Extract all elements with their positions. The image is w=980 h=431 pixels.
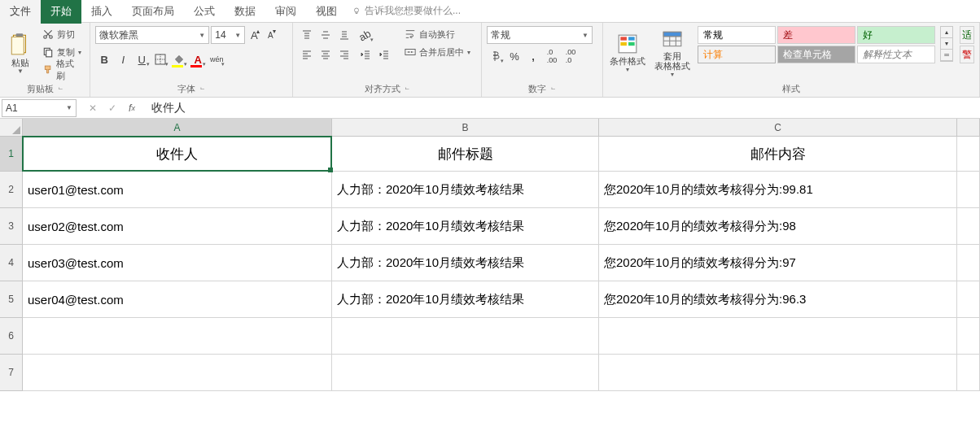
enter-button[interactable]: ✓ [103,99,122,117]
cell-d7[interactable] [957,355,980,391]
menu-home[interactable]: 开始 [41,0,81,24]
name-box[interactable]: A1▼ [2,99,77,117]
cell-c5[interactable]: 您2020年10月的绩效考核得分为:96.3 [599,281,957,318]
group-label-alignment: 对齐方式 [298,81,476,97]
styles-more-button[interactable]: ═ [941,50,952,61]
merge-center-button[interactable]: 合并后居中▾ [401,44,474,60]
align-top-button[interactable] [298,26,316,44]
cell-d5[interactable] [957,281,980,318]
menu-data[interactable]: 数据 [225,0,265,24]
row-header-5[interactable]: 5 [0,281,23,318]
comma-button[interactable]: , [524,47,542,65]
inc-decimal-button[interactable]: .0.00 [543,47,561,65]
col-header-b[interactable]: B [332,119,599,137]
row-header-3[interactable]: 3 [0,208,23,245]
styles-scroll[interactable]: ▴ ▾ ═ [940,26,953,62]
cell-a6[interactable] [23,318,332,355]
style-bad[interactable]: 差 [777,26,855,44]
cancel-button[interactable]: ✕ [83,99,103,117]
cell-a4[interactable]: user03@test.com [23,245,332,281]
col-header-a[interactable]: A [23,119,332,137]
menu-file[interactable]: 文件 [0,0,41,24]
number-format-select[interactable]: 常规▼ [487,26,593,44]
styles-down-button[interactable]: ▾ [941,38,952,50]
align-left-button[interactable] [298,46,316,63]
cell-c7[interactable] [599,355,957,391]
cell-d1[interactable] [957,137,980,172]
menu-review[interactable]: 审阅 [265,0,306,24]
indent-dec-button[interactable] [357,46,374,63]
fx-button[interactable]: fx [122,99,142,117]
wrap-text-button[interactable]: 自动换行 [401,26,474,42]
cell-c4[interactable]: 您2020年10月的绩效考核得分为:97 [599,245,957,281]
cell-a7[interactable] [23,355,332,391]
cell-b1[interactable]: 邮件标题 [332,137,599,172]
cond-format-button[interactable]: 条件格式▾ [608,26,647,80]
cell-c3[interactable]: 您2020年10月的绩效考核得分为:98 [599,208,957,245]
paste-button[interactable]: 粘贴 ▼ [5,26,36,80]
cell-b5[interactable]: 人力部：2020年10月绩效考核结果 [332,281,599,318]
row-header-6[interactable]: 6 [0,318,23,355]
align-right-button[interactable] [335,46,353,63]
col-header-d[interactable] [957,119,980,137]
cell-b4[interactable]: 人力部：2020年10月绩效考核结果 [332,245,599,281]
style-explain[interactable]: 解释性文本 [857,46,935,63]
italic-button[interactable]: I [114,50,132,68]
indent-inc-button[interactable] [375,46,393,63]
cell-c1[interactable]: 邮件内容 [599,137,957,172]
style-warn[interactable]: 警 [960,46,974,63]
grow-font-button[interactable]: A▴ [247,26,261,44]
cell-a3[interactable]: user02@test.com [23,208,332,245]
menu-view[interactable]: 视图 [306,0,347,24]
fill-color-button[interactable]: ▾ [170,50,188,68]
border-button[interactable]: ▾ [151,50,169,68]
currency-button[interactable]: ▾ [487,47,505,65]
row-header-2[interactable]: 2 [0,172,23,208]
format-painter-button[interactable]: 格式刷 [39,62,85,78]
style-normal[interactable]: 常规 [698,26,776,44]
bold-button[interactable]: B [95,50,113,68]
col-header-c[interactable]: C [599,119,957,137]
menu-insert[interactable]: 插入 [81,0,122,24]
cell-b6[interactable] [332,318,599,355]
formula-input[interactable]: 收件人 [147,101,980,115]
cell-b7[interactable] [332,355,599,391]
select-all-corner[interactable] [0,119,23,137]
cell-a1[interactable]: 收件人 [23,137,332,172]
cell-d3[interactable] [957,208,980,245]
cell-c2[interactable]: 您2020年10月的绩效考核得分为:99.81 [599,172,957,208]
tell-me-search[interactable]: 告诉我您想要做什么... [352,4,461,18]
styles-up-button[interactable]: ▴ [941,27,952,38]
table-format-button[interactable]: 套用 表格格式▾ [650,26,694,80]
percent-button[interactable]: % [505,47,523,65]
underline-button[interactable]: U▾ [133,50,151,68]
style-calc[interactable]: 计算 [698,46,776,63]
menu-formulas[interactable]: 公式 [184,0,225,24]
cell-d2[interactable] [957,172,980,208]
menu-page-layout[interactable]: 页面布局 [122,0,184,24]
align-bottom-button[interactable] [335,26,353,44]
phonetic-guide-button[interactable]: wén▾ [208,50,225,68]
dec-decimal-button[interactable]: .00.0 [562,47,580,65]
cell-d6[interactable] [957,318,980,355]
align-center-button[interactable] [317,46,335,63]
row-header-1[interactable]: 1 [0,137,23,172]
cut-button[interactable]: 剪切 [39,26,85,42]
row-header-4[interactable]: 4 [0,245,23,281]
cell-c6[interactable] [599,318,957,355]
font-name-select[interactable]: 微软雅黑▼ [95,26,209,44]
font-color-button[interactable]: A▾ [189,50,207,68]
style-fit[interactable]: 适 [960,26,974,44]
style-check[interactable]: 检查单元格 [777,46,855,63]
orientation-button[interactable]: ab▾ [357,26,374,44]
cell-a5[interactable]: user04@test.com [23,281,332,318]
font-size-select[interactable]: 14▼ [211,26,245,44]
cell-b2[interactable]: 人力部：2020年10月绩效考核结果 [332,172,599,208]
align-middle-button[interactable] [317,26,335,44]
cell-a2[interactable]: user01@test.com [23,172,332,208]
shrink-font-button[interactable]: A▾ [263,26,278,44]
style-good[interactable]: 好 [857,26,935,44]
cell-d4[interactable] [957,245,980,281]
cell-b3[interactable]: 人力部：2020年10月绩效考核结果 [332,208,599,245]
row-header-7[interactable]: 7 [0,355,23,391]
